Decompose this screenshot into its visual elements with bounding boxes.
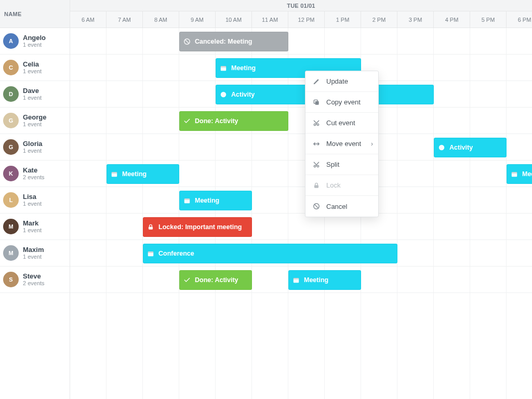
context-menu-label: Update xyxy=(326,77,348,85)
chevron-right-icon: › xyxy=(371,140,373,148)
resource-subtitle: 1 event xyxy=(23,68,42,75)
context-menu-item[interactable]: Move event › xyxy=(305,134,378,154)
avatar: G xyxy=(3,139,19,155)
resource-subtitle: 1 event xyxy=(23,148,43,154)
resource-subtitle: 1 event xyxy=(23,227,42,234)
day-header: TUE 01/01 xyxy=(70,0,532,11)
context-menu-item[interactable]: Copy event xyxy=(305,92,378,113)
context-menu-label: Split xyxy=(326,161,339,168)
resource-name: Lisa xyxy=(23,193,42,201)
context-menu-item[interactable]: Split xyxy=(305,154,378,175)
event-label: Done: Activity xyxy=(195,117,238,125)
calendar-icon xyxy=(183,197,191,204)
resource-subtitle: 1 event xyxy=(23,254,44,260)
hour-cell: 8 AM xyxy=(143,11,179,28)
event-label: Activity xyxy=(231,91,255,98)
event-bar[interactable]: Locked: Important meeting xyxy=(143,217,252,237)
resource-subtitle: 1 event xyxy=(23,95,42,101)
calendar-icon xyxy=(147,250,154,257)
hour-cell: 2 PM xyxy=(361,11,397,28)
avatar: S xyxy=(3,272,19,287)
resource-name: Kate xyxy=(23,166,45,175)
hour-cell: 7 AM xyxy=(107,11,143,28)
sidebar-header: NAME xyxy=(0,0,70,28)
event-bar[interactable]: Meeting xyxy=(179,191,252,210)
context-menu-label: Cut event xyxy=(326,119,355,127)
resource-subtitle: 1 event xyxy=(23,201,42,207)
pencil-icon xyxy=(313,78,320,85)
resource-row[interactable]: K Kate 2 events xyxy=(0,161,70,187)
resource-row[interactable]: M Maxim 1 event xyxy=(0,240,70,267)
resource-subtitle: 2 events xyxy=(23,280,45,287)
hour-cell: 3 PM xyxy=(397,11,434,28)
event-label: Canceled: Meeting xyxy=(195,38,252,45)
avatar: C xyxy=(3,60,19,75)
resource-sidebar: NAME A Angelo 1 event C Celia 1 event D … xyxy=(0,0,70,399)
event-label: Conference xyxy=(158,250,194,257)
hour-cell: 4 PM xyxy=(434,11,470,28)
context-menu: Update Copy event Cut event Move event ›… xyxy=(305,71,379,217)
scheduler-grid[interactable]: Canceled: Meeting Meeting Activity Done:… xyxy=(70,28,532,399)
resource-row[interactable]: C Celia 1 event xyxy=(0,55,70,81)
resource-row[interactable]: A Angelo 1 event xyxy=(0,28,70,55)
event-bar[interactable]: Conference xyxy=(143,244,397,263)
context-menu-label: Move event xyxy=(326,140,361,148)
check-icon xyxy=(183,117,191,125)
avatar: G xyxy=(3,113,19,128)
event-label: Meeting xyxy=(122,170,147,178)
cut-icon xyxy=(313,119,320,127)
hour-cell: 11 AM xyxy=(252,11,288,28)
resource-name: George xyxy=(23,113,47,122)
event-label: Done: Activity xyxy=(195,276,238,284)
event-bar[interactable]: Done: Activity xyxy=(179,111,288,131)
resource-name: Celia xyxy=(23,60,42,69)
context-menu-item[interactable]: Cancel xyxy=(305,196,378,217)
resource-name: Steve xyxy=(23,272,45,281)
avatar: A xyxy=(3,33,19,49)
resource-row[interactable]: G Gloria 1 event xyxy=(0,134,70,161)
avatar: D xyxy=(3,86,19,102)
calendar-icon xyxy=(220,64,227,72)
lock-icon xyxy=(147,223,154,231)
resource-row[interactable]: M Mark 1 event xyxy=(0,214,70,240)
context-menu-item[interactable]: Update xyxy=(305,71,378,92)
lock-icon xyxy=(313,182,320,189)
resource-name: Angelo xyxy=(23,34,46,42)
clock-icon xyxy=(220,91,227,98)
hour-header: 6 AM7 AM8 AM9 AM10 AM11 AM12 PM1 PM2 PM3… xyxy=(70,11,532,28)
event-label: Activity xyxy=(449,144,473,151)
resource-name: Maxim xyxy=(23,246,44,254)
resource-name: Gloria xyxy=(23,140,43,148)
event-label: Meeting xyxy=(231,64,256,72)
svg-rect-6 xyxy=(112,171,117,173)
resource-row[interactable]: G George 1 event xyxy=(0,108,70,134)
event-bar[interactable]: Meeting xyxy=(288,270,361,290)
check-icon xyxy=(183,276,191,284)
calendar-icon xyxy=(511,170,518,178)
hour-cell: 6 AM xyxy=(70,11,107,28)
event-bar[interactable]: Meeting xyxy=(507,164,532,184)
resource-row[interactable]: L Lisa 1 event xyxy=(0,187,70,214)
ban-icon xyxy=(183,38,191,45)
calendar-icon xyxy=(111,170,118,178)
event-bar[interactable]: Activity xyxy=(434,138,507,157)
resource-subtitle: 1 event xyxy=(23,121,47,128)
event-bar[interactable]: Canceled: Meeting xyxy=(179,32,288,51)
hour-cell: 10 AM xyxy=(216,11,252,28)
cut-icon xyxy=(313,161,320,168)
resource-row[interactable]: S Steve 2 events xyxy=(0,267,70,293)
event-bar[interactable]: Done: Activity xyxy=(179,270,252,290)
resource-row[interactable]: D Dave 1 event xyxy=(0,81,70,108)
svg-rect-10 xyxy=(184,198,190,200)
context-menu-label: Lock xyxy=(326,181,340,189)
move-icon xyxy=(313,140,320,148)
resource-name: Mark xyxy=(23,219,42,228)
avatar: K xyxy=(3,166,19,181)
avatar: M xyxy=(3,245,19,261)
ban-icon xyxy=(313,203,320,210)
event-bar[interactable]: Meeting xyxy=(107,164,179,184)
context-menu-item[interactable]: Cut event xyxy=(305,113,378,134)
context-menu-label: Cancel xyxy=(326,203,347,210)
event-label: Locked: Important meeting xyxy=(158,223,242,231)
clock-icon xyxy=(438,144,445,151)
